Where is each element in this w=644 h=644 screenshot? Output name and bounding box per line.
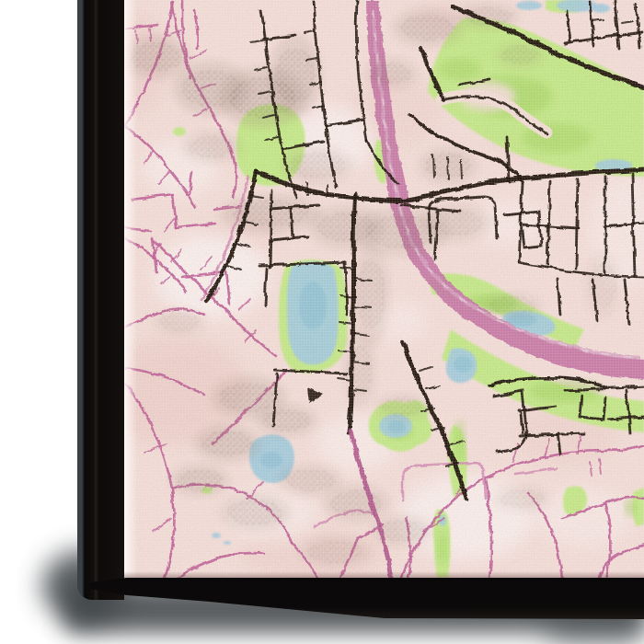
scene-caption: Angled product photo of a gallery-wrappe… xyxy=(0,0,1,1)
map-svg xyxy=(124,0,644,578)
page-background: Angled product photo of a gallery-wrappe… xyxy=(0,0,644,644)
paper-grain-overlay xyxy=(124,0,644,578)
canvas-face xyxy=(124,0,644,578)
canvas-side-edge-left xyxy=(77,0,124,600)
